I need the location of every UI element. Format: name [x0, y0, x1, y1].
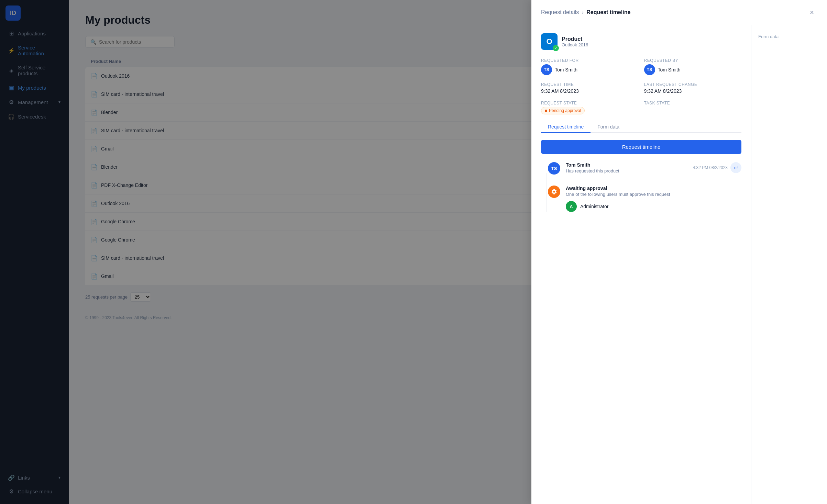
- timeline-action-button[interactable]: ↩: [730, 162, 741, 173]
- state-row: Request state Pending approval Task stat…: [541, 101, 741, 114]
- requested-for-value: TS Tom Smith: [541, 64, 639, 75]
- task-state-value: —: [644, 107, 742, 112]
- requested-for-name: Tom Smith: [555, 67, 577, 72]
- status-text: Pending approval: [549, 108, 581, 113]
- status-badge: Pending approval: [541, 107, 585, 114]
- breadcrumb-separator: ›: [582, 9, 584, 16]
- approval-user-avatar: A: [566, 201, 577, 212]
- awaiting-approval-title: Awaiting approval: [566, 186, 741, 191]
- left-panel: O ✓ Product Outlook 2016 Requested for T…: [531, 25, 751, 504]
- request-state-label: Request state: [541, 101, 639, 105]
- awaiting-approval-description: One of the following users must approve …: [566, 192, 741, 197]
- times-row: Request time 9:32 AM 8/2/2023 Last reque…: [541, 82, 741, 94]
- approval-user: A Administrator: [566, 201, 741, 212]
- timeline-line: [547, 173, 547, 212]
- drawer-close-button[interactable]: ×: [806, 7, 817, 18]
- request-timeline-button[interactable]: Request timeline: [541, 140, 741, 154]
- product-version: Outlook 2016: [562, 42, 588, 47]
- status-dot: [545, 110, 547, 112]
- timeline-item: TS Tom Smith Has requested this product …: [548, 162, 741, 175]
- timeline-user-name: Tom Smith: [566, 162, 619, 168]
- drawer-panel: Request details › Request timeline × O ✓…: [531, 0, 827, 504]
- product-label: Product: [562, 36, 588, 42]
- drawer-tabs: Request timeline Form data: [541, 121, 741, 133]
- requested-by-block: Requested by TS Tom Smith: [644, 58, 742, 75]
- awaiting-approval-item: Awaiting approval One of the following u…: [548, 186, 741, 212]
- product-logo-text: O: [546, 37, 552, 46]
- breadcrumb-parent[interactable]: Request details: [541, 9, 579, 15]
- product-info: O ✓ Product Outlook 2016: [541, 33, 741, 50]
- approval-user-name: Administrator: [580, 204, 608, 209]
- breadcrumb-current: Request timeline: [586, 9, 630, 15]
- requested-for-avatar: TS: [541, 64, 552, 75]
- timeline: TS Tom Smith Has requested this product …: [541, 162, 741, 212]
- product-logo: O ✓: [541, 33, 558, 50]
- approval-content: Awaiting approval One of the following u…: [566, 186, 741, 212]
- request-time-label: Request time: [541, 82, 639, 87]
- timeline-avatar: TS: [548, 162, 560, 175]
- drawer-body: O ✓ Product Outlook 2016 Requested for T…: [531, 25, 827, 504]
- task-state-label: Task state: [644, 101, 742, 105]
- drawer-header: Request details › Request timeline ×: [531, 0, 827, 25]
- tab-form-data[interactable]: Form data: [591, 121, 626, 133]
- timeline-time: 4:32 PM 08/2/2023: [693, 165, 728, 170]
- request-parties-row: Requested for TS Tom Smith Requested by …: [541, 58, 741, 75]
- timeline-description: Has requested this product: [566, 168, 619, 173]
- timeline-content: Tom Smith Has requested this product 4:3…: [566, 162, 741, 173]
- requested-for-block: Requested for TS Tom Smith: [541, 58, 639, 75]
- right-panel: Form data: [751, 25, 827, 504]
- last-change-value: 9:32 AM 8/2/2023: [644, 88, 742, 94]
- tab-request-timeline[interactable]: Request timeline: [541, 121, 591, 133]
- form-data-label: Form data: [758, 34, 779, 39]
- task-state-block: Task state —: [644, 101, 742, 114]
- requested-by-name: Tom Smith: [658, 67, 681, 72]
- last-change-block: Last request change 9:32 AM 8/2/2023: [644, 82, 742, 94]
- request-state-block: Request state Pending approval: [541, 101, 639, 114]
- product-details: Product Outlook 2016: [562, 36, 588, 47]
- requested-by-value: TS Tom Smith: [644, 64, 742, 75]
- request-time-value: 9:32 AM 8/2/2023: [541, 88, 639, 94]
- gear-icon: [551, 189, 557, 195]
- product-check-icon: ✓: [553, 45, 559, 51]
- breadcrumb: Request details › Request timeline: [541, 9, 630, 16]
- last-change-label: Last request change: [644, 82, 742, 87]
- requested-by-avatar: TS: [644, 64, 655, 75]
- requested-by-label: Requested by: [644, 58, 742, 63]
- requested-for-label: Requested for: [541, 58, 639, 63]
- approval-icon: [548, 186, 560, 198]
- request-time-block: Request time 9:32 AM 8/2/2023: [541, 82, 639, 94]
